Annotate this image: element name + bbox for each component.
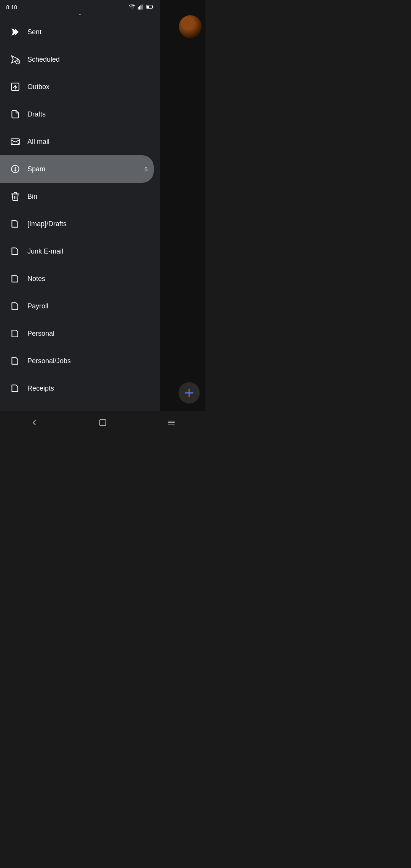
navigation-bar bbox=[0, 411, 206, 434]
svg-rect-16 bbox=[138, 7, 139, 10]
notes-label: Notes bbox=[27, 275, 154, 283]
sent-label: Sent bbox=[27, 28, 154, 36]
sidebar-item-outbox[interactable]: Outbox bbox=[0, 73, 160, 101]
sidebar-item-personal[interactable]: Personal bbox=[0, 320, 160, 347]
svg-rect-21 bbox=[152, 6, 153, 8]
drafts-icon bbox=[6, 109, 24, 119]
sidebar-item-spam[interactable]: Spam 5 bbox=[0, 155, 154, 183]
spam-badge: 5 bbox=[145, 166, 148, 172]
compose-fab-button[interactable] bbox=[178, 382, 200, 404]
svg-point-12 bbox=[15, 170, 16, 171]
spam-label: Spam bbox=[27, 165, 145, 173]
receipts-label: Receipts bbox=[27, 385, 154, 393]
sidebar-item-payroll[interactable]: Payroll bbox=[0, 292, 160, 320]
back-icon bbox=[30, 418, 39, 427]
sidebar-item-bin[interactable]: Bin bbox=[0, 183, 160, 210]
payroll-label: Payroll bbox=[27, 302, 154, 310]
avatar-image bbox=[179, 15, 202, 38]
back-button[interactable] bbox=[26, 414, 43, 431]
svg-rect-23 bbox=[100, 420, 106, 426]
recents-button[interactable] bbox=[163, 414, 180, 431]
personal-label: Personal bbox=[27, 330, 154, 338]
bin-icon bbox=[6, 191, 24, 201]
sidebar-item-junkemail[interactable]: Junk E-mail bbox=[0, 238, 160, 265]
sidebar-item-sent[interactable]: Sent bbox=[0, 18, 160, 46]
drawer-top-indicator bbox=[79, 14, 81, 15]
personal-icon bbox=[6, 329, 24, 338]
imapdrafts-label: [Imap]/Drafts bbox=[27, 220, 154, 228]
home-icon bbox=[98, 418, 107, 427]
wifi-icon bbox=[129, 4, 135, 10]
receipts-icon bbox=[6, 383, 24, 393]
outbox-label: Outbox bbox=[27, 83, 154, 91]
sent-icon bbox=[6, 27, 24, 37]
junkemail-icon bbox=[6, 246, 24, 256]
signal-icon bbox=[138, 4, 144, 10]
status-bar: 8:10 bbox=[0, 0, 160, 14]
right-panel bbox=[160, 0, 206, 434]
svg-rect-17 bbox=[139, 6, 140, 10]
avatar[interactable] bbox=[179, 15, 202, 38]
svg-rect-22 bbox=[147, 6, 149, 8]
drafts-label: Drafts bbox=[27, 110, 154, 118]
bin-label: Bin bbox=[27, 193, 154, 201]
svg-rect-19 bbox=[142, 5, 143, 10]
battery-icon bbox=[146, 5, 154, 9]
imapdrafts-icon bbox=[6, 219, 24, 229]
svg-point-15 bbox=[133, 5, 134, 6]
sidebar-item-scheduled[interactable]: Scheduled bbox=[0, 46, 160, 73]
svg-rect-18 bbox=[140, 5, 141, 10]
scheduled-icon bbox=[6, 54, 24, 64]
sidebar-item-notes[interactable]: Notes bbox=[0, 265, 160, 292]
scheduled-label: Scheduled bbox=[27, 56, 154, 64]
notes-icon bbox=[6, 274, 24, 284]
personaljobs-label: Personal/Jobs bbox=[27, 357, 154, 365]
payroll-icon bbox=[6, 301, 24, 311]
recents-icon bbox=[167, 418, 176, 427]
personaljobs-icon bbox=[6, 356, 24, 366]
sidebar-item-receipts[interactable]: Receipts bbox=[0, 375, 160, 402]
junkemail-label: Junk E-mail bbox=[27, 247, 154, 255]
plus-icon bbox=[184, 388, 194, 398]
sidebar-item-drafts[interactable]: Drafts bbox=[0, 101, 160, 128]
status-time: 8:10 bbox=[6, 4, 17, 10]
allmail-label: All mail bbox=[27, 138, 154, 146]
navigation-drawer: Sent Scheduled Outbox bbox=[0, 0, 160, 434]
status-icons bbox=[129, 4, 154, 10]
spam-icon bbox=[6, 164, 24, 174]
allmail-icon bbox=[6, 137, 24, 147]
sidebar-item-imapdrafts[interactable]: [Imap]/Drafts bbox=[0, 210, 160, 238]
outbox-icon bbox=[6, 82, 24, 92]
sidebar-item-personaljobs[interactable]: Personal/Jobs bbox=[0, 347, 160, 375]
home-button[interactable] bbox=[94, 414, 111, 431]
sidebar-item-allmail[interactable]: All mail bbox=[0, 128, 160, 155]
